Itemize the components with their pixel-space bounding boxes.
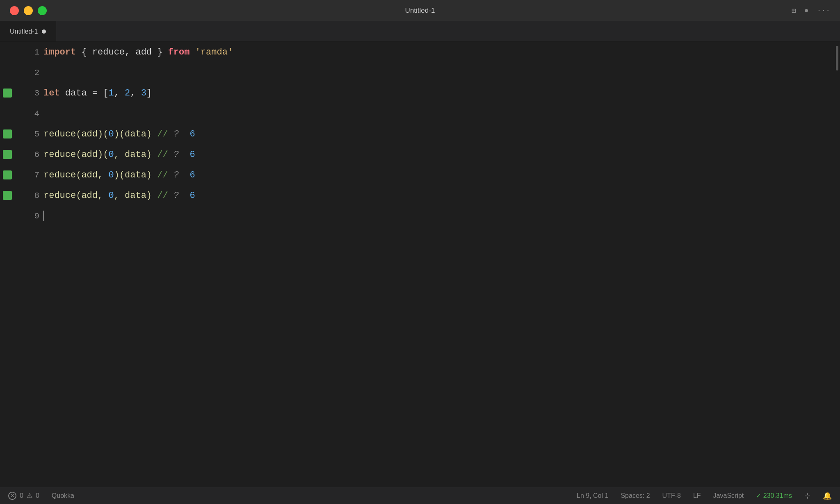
status-left: ✕ 0 ⚠ 0 Quokka: [8, 492, 74, 500]
tab-modified-indicator: [42, 30, 46, 34]
warning-triangle-icon: ⚠: [27, 492, 32, 499]
bp-line-5: [0, 124, 15, 144]
keyword-import: import: [43, 47, 76, 57]
line-num-2: 2: [15, 62, 39, 83]
punct-1: { reduce, add }: [76, 47, 168, 57]
comment-6: //: [152, 150, 173, 160]
fn-reduce-6: reduce(add)(: [43, 150, 108, 160]
fn-reduce-5: reduce(add)(: [43, 129, 108, 139]
num-2: 2: [125, 88, 130, 98]
comment-7: //: [152, 170, 173, 180]
num-0-8: 0: [108, 191, 114, 201]
punct-5: ,: [130, 88, 141, 98]
circle-icon[interactable]: ●: [804, 7, 809, 15]
line-num-9: 9: [15, 206, 39, 226]
num-0-6: 0: [108, 150, 114, 160]
code-line-6: reduce(add)( 0 , data) // ? 6: [43, 144, 840, 165]
comment-8: //: [152, 191, 173, 201]
maximize-button[interactable]: [38, 6, 47, 15]
result-8: 6: [179, 191, 195, 201]
line-num-7: 7: [15, 165, 39, 185]
title-bar: Untitled-1 ⊞ ● ···: [0, 0, 840, 21]
status-bar: ✕ 0 ⚠ 0 Quokka Ln 9, Col 1 Spaces: 2 UTF…: [0, 487, 840, 504]
vertical-scrollbar[interactable]: [834, 42, 840, 487]
num-1: 1: [108, 88, 114, 98]
breakpoint-indicator-6[interactable]: [3, 150, 12, 159]
indent-type[interactable]: Spaces: 2: [621, 492, 650, 499]
comment-q-7: ?: [173, 170, 179, 180]
comment-5: //: [152, 129, 173, 139]
bp-line-8: [0, 185, 15, 206]
line-number-gutter: 1 2 3 4 5 6 7 8 9: [15, 42, 39, 487]
error-count-value: 0: [20, 492, 23, 499]
punct-2: [189, 47, 195, 57]
cursor-position[interactable]: Ln 9, Col 1: [577, 492, 608, 499]
line-num-8: 8: [15, 185, 39, 206]
result-5: 6: [179, 129, 195, 139]
notification-icon[interactable]: 🔔: [823, 491, 832, 500]
punct-3: data = [: [60, 88, 109, 98]
string-ramda: 'ramda': [195, 47, 233, 57]
broadcast-icon[interactable]: ⊹: [804, 491, 810, 500]
warning-count-value: 0: [36, 492, 39, 499]
bp-line-1: [0, 42, 15, 62]
line-num-3: 3: [15, 83, 39, 103]
breakpoint-indicator-5[interactable]: [3, 129, 12, 138]
fn-close-5: )(data): [114, 129, 152, 139]
bp-line-4: [0, 103, 15, 124]
bp-line-9: [0, 206, 15, 226]
fn-close-7: )(data): [114, 170, 152, 180]
tab-label: Untitled-1: [10, 28, 38, 35]
fn-reduce-7: reduce(add,: [43, 170, 108, 180]
code-line-1: import { reduce, add } from 'ramda': [43, 42, 840, 62]
bp-line-2: [0, 62, 15, 83]
encoding[interactable]: UTF-8: [662, 492, 681, 499]
code-line-9: [43, 206, 840, 226]
traffic-lights: [10, 6, 47, 15]
code-line-8: reduce(add, 0 , data) // ? 6: [43, 185, 840, 206]
breakpoint-indicator-8[interactable]: [3, 191, 12, 200]
code-line-5: reduce(add)( 0 )(data) // ? 6: [43, 124, 840, 144]
error-count[interactable]: ✕ 0 ⚠ 0: [8, 492, 39, 500]
fn-close-6: , data): [114, 150, 152, 160]
comment-q-6: ?: [173, 150, 179, 160]
title-bar-actions: ⊞ ● ···: [792, 6, 830, 15]
breakpoint-indicator-7[interactable]: [3, 170, 12, 179]
split-editor-icon[interactable]: ⊞: [792, 6, 796, 15]
keyword-from: from: [168, 47, 190, 57]
breakpoint-indicator-3[interactable]: [3, 89, 12, 98]
breakpoint-column: [0, 42, 15, 487]
num-3: 3: [141, 88, 146, 98]
plugin-name: Quokka: [52, 492, 74, 499]
num-0-7: 0: [108, 170, 114, 180]
line-num-4: 4: [15, 103, 39, 124]
result-7: 6: [179, 170, 195, 180]
close-button[interactable]: [10, 6, 19, 15]
code-editor[interactable]: import { reduce, add } from 'ramda' let …: [39, 42, 840, 487]
comment-q-5: ?: [173, 129, 179, 139]
status-right: Ln 9, Col 1 Spaces: 2 UTF-8 LF JavaScrip…: [577, 491, 832, 500]
error-circle-icon: ✕: [8, 492, 16, 500]
line-num-5: 5: [15, 124, 39, 144]
bp-line-6: [0, 144, 15, 165]
cursor: [43, 211, 50, 221]
comment-q-8: ?: [173, 191, 179, 201]
minimize-button[interactable]: [24, 6, 33, 15]
tab-untitled-1[interactable]: Untitled-1: [0, 21, 56, 41]
code-line-4: [43, 103, 840, 124]
window-title: Untitled-1: [405, 7, 435, 15]
line-num-6: 6: [15, 144, 39, 165]
fn-reduce-8: reduce(add,: [43, 191, 108, 201]
line-ending[interactable]: LF: [693, 492, 701, 499]
fn-close-8: , data): [114, 191, 152, 201]
code-line-2: [43, 62, 840, 83]
language-mode[interactable]: JavaScript: [713, 492, 744, 499]
code-line-3: let data = [ 1 , 2 , 3 ]: [43, 83, 840, 103]
more-actions-icon[interactable]: ···: [817, 7, 830, 15]
tab-bar: Untitled-1: [0, 21, 840, 42]
code-line-7: reduce(add, 0 )(data) // ? 6: [43, 165, 840, 185]
keyword-let: let: [43, 88, 60, 98]
num-0-5: 0: [108, 129, 114, 139]
scrollbar-thumb[interactable]: [836, 46, 838, 70]
result-6: 6: [179, 150, 195, 160]
